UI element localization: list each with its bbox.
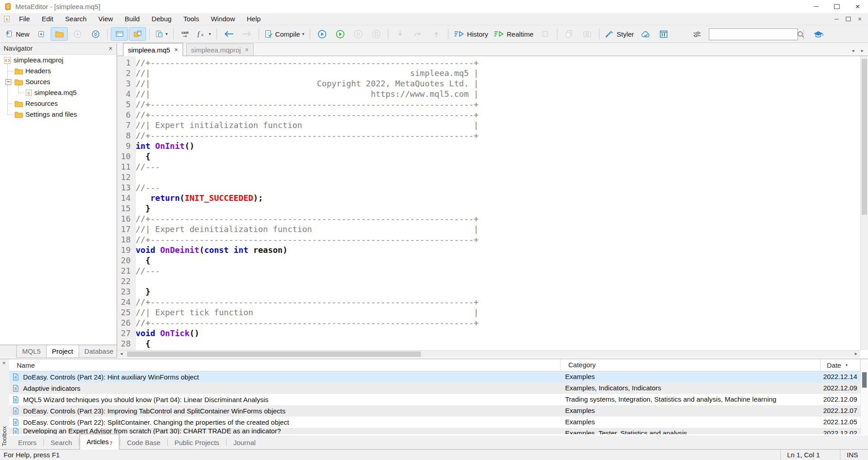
tab-close-icon[interactable]: ×	[174, 46, 178, 53]
toggle-navig2ator-button[interactable]	[111, 27, 128, 41]
mdi-restore-button[interactable]	[846, 17, 851, 21]
cloud-storage-button[interactable]	[637, 27, 654, 41]
dropdown-caret-icon[interactable]: ▾	[165, 32, 168, 36]
start-debug-button[interactable]	[313, 27, 330, 41]
new-document-button[interactable]	[33, 27, 50, 41]
tab-code-base[interactable]: Code Base	[121, 436, 167, 449]
code-editor[interactable]: 1//+------------------------------------…	[117, 56, 860, 350]
back-button[interactable]	[220, 27, 237, 41]
menu-search[interactable]: Search	[59, 13, 93, 25]
editor-horizontal-scrollbar[interactable]: ◄ ►	[117, 350, 860, 358]
toolbox-close-icon[interactable]: ×	[2, 360, 6, 366]
scroll-right-icon[interactable]: ►	[854, 351, 858, 356]
debug-play-icon	[317, 29, 327, 39]
maximize-button[interactable]	[826, 0, 847, 13]
toolbox-scrollbar[interactable]	[860, 359, 868, 436]
forward-arrow-icon	[241, 31, 252, 37]
navigator-tab-project[interactable]: Project	[46, 345, 79, 358]
table-row[interactable]: Adaptive indicatorsExamples, Indicators,…	[9, 383, 868, 394]
search-settings-button[interactable]	[689, 28, 706, 41]
editor-vertical-scrollbar[interactable]	[860, 56, 868, 350]
editor-tab-simpleea-mqproj[interactable]: simpleea.mqproj×	[186, 43, 254, 56]
column-header-name[interactable]: Name	[9, 359, 561, 371]
variable-icon: VAR	[181, 30, 190, 38]
realtime-button[interactable]: Realtime	[491, 27, 536, 41]
insert-variable-button[interactable]: VAR	[177, 27, 194, 41]
scroll-left-icon[interactable]: ◄	[119, 351, 123, 356]
tabs-scroll-left-icon[interactable]: ◄	[851, 48, 855, 53]
table-row[interactable]: DoEasy. Controls (Part 24): Hint auxilia…	[9, 371, 868, 383]
tree-item-simpleea-mq5[interactable]: 5simpleea.mq5	[0, 87, 117, 98]
dropdown-caret-icon[interactable]: ▾	[209, 32, 211, 36]
save-all-button[interactable]	[87, 27, 104, 41]
minimize-button[interactable]	[806, 0, 826, 13]
tab-articles[interactable]: Articles7	[80, 434, 119, 450]
community-help-button[interactable]	[810, 28, 827, 41]
copy-button[interactable]	[561, 27, 578, 41]
code-line: 6//+------------------------------------…	[117, 109, 479, 120]
table-row[interactable]: DoEasy. Controls (Part 23): Improving Ta…	[9, 405, 868, 417]
navigator-toggle-icon	[115, 30, 124, 38]
menu-help[interactable]: Help	[241, 13, 267, 25]
open-folder-button[interactable]	[51, 27, 68, 41]
step-into-button[interactable]	[392, 27, 409, 41]
tabs-scroll-right-icon[interactable]: ►	[860, 48, 864, 53]
stop-button[interactable]	[368, 27, 385, 41]
tree-item-settings-and-files[interactable]: Settings and files	[0, 109, 117, 120]
tab-errors[interactable]: Errors	[12, 436, 43, 449]
tree-item-sources[interactable]: Sources	[0, 76, 117, 87]
menu-debug[interactable]: Debug	[146, 13, 177, 25]
line-number: 19	[117, 245, 136, 255]
menu-build[interactable]: Build	[119, 13, 146, 25]
column-header-date[interactable]: Date▼	[821, 359, 860, 371]
screenshot-button[interactable]	[579, 27, 596, 41]
navigator-tab-database[interactable]: Database	[79, 345, 119, 358]
step-out-button[interactable]	[428, 27, 445, 41]
menu-view[interactable]: View	[93, 13, 119, 25]
history-button[interactable]: History	[452, 27, 491, 41]
save-button[interactable]	[69, 27, 86, 41]
mdi-minimize-button[interactable]	[835, 19, 839, 19]
dropdown-caret-icon[interactable]: ▾	[302, 32, 305, 36]
styler-button[interactable]: Styler	[603, 27, 636, 41]
scrollbar-thumb[interactable]	[862, 59, 867, 215]
menu-window[interactable]: Window	[205, 13, 241, 25]
menu-file[interactable]: File	[13, 13, 36, 25]
close-button[interactable]: ×	[847, 0, 868, 13]
tree-item-simpleea-mqproj[interactable]: simpleea.mqproj	[0, 55, 117, 66]
column-header-category[interactable]: Category	[561, 359, 821, 371]
compile-button[interactable]: Compile▾	[262, 27, 307, 41]
pause-button[interactable]	[349, 27, 367, 41]
table-row[interactable]: MQL5 Wizard techniques you should know (…	[9, 394, 868, 405]
profiler-button[interactable]	[537, 27, 554, 41]
paste-button[interactable]: ▾	[153, 27, 170, 41]
editor-tab-simpleea-mq5[interactable]: simpleea.mq5×	[123, 43, 183, 56]
new-button[interactable]: New	[3, 27, 32, 41]
scrollbar-thumb[interactable]	[862, 372, 867, 388]
code-line: 5//+------------------------------------…	[117, 99, 479, 109]
tree-item-headers[interactable]: Headers	[0, 66, 117, 76]
market-button[interactable]	[655, 27, 672, 41]
scrollbar-thumb[interactable]	[127, 351, 421, 357]
toggle-toolbox-button[interactable]	[129, 27, 146, 41]
table-row[interactable]: Developing an Expert Advisor from scratc…	[9, 428, 868, 434]
navigator-close-icon[interactable]: ×	[108, 43, 113, 54]
sort-desc-icon: ▼	[845, 360, 849, 371]
tab-public-projects[interactable]: Public Projects	[168, 436, 226, 449]
toolbar-separator	[310, 28, 310, 39]
step-over-button[interactable]	[410, 27, 427, 41]
navigator-tab-mql5[interactable]: MQL5	[16, 345, 47, 358]
start-button[interactable]	[331, 27, 349, 41]
menu-tools[interactable]: Tools	[177, 13, 205, 25]
tab-journal[interactable]: Journal	[227, 436, 262, 449]
tab-search[interactable]: Search	[44, 436, 79, 449]
menu-edit[interactable]: Edit	[36, 13, 59, 25]
mdi-close-button[interactable]: ×	[858, 16, 862, 22]
tree-item-resources[interactable]: Resources	[0, 98, 117, 109]
tab-close-icon[interactable]: ×	[245, 46, 249, 53]
table-row[interactable]: DoEasy. Controls (Part 22): SplitContain…	[9, 417, 868, 428]
insert-function-button[interactable]: fx▾	[195, 27, 213, 41]
forward-button[interactable]	[238, 27, 255, 41]
code-content[interactable]: 1//+------------------------------------…	[117, 57, 479, 349]
search-input[interactable]	[709, 29, 797, 39]
